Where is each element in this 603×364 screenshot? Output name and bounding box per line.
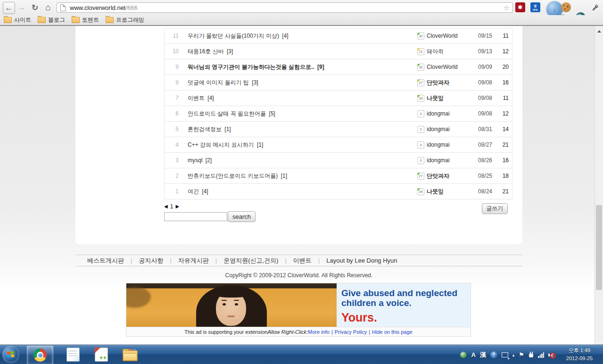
bookmark-folder-item[interactable]: 프로그래밍 — [106, 16, 144, 24]
network-signal-icon[interactable] — [538, 352, 544, 358]
power-plug-icon[interactable] — [529, 352, 534, 358]
bookmark-star-icon[interactable]: ☆ — [504, 4, 510, 11]
forward-button[interactable]: → — [16, 2, 27, 13]
author-name[interactable]: idongmai — [427, 126, 450, 132]
author-name[interactable]: idongmai — [427, 157, 450, 164]
bookmark-folder-item[interactable]: 사이트 — [4, 16, 31, 24]
bookmark-label: 사이트 — [14, 16, 31, 24]
ime-hanja-indicator[interactable]: 漢 — [480, 351, 486, 359]
post-title-link[interactable]: 우리가 몰랐던 사실들(100가지 이상) [4] — [188, 32, 289, 40]
ime-help-icon[interactable]: ? — [490, 351, 497, 358]
volume-muted-icon[interactable] — [548, 352, 556, 358]
author-name[interactable]: 단맛과자 — [427, 79, 449, 87]
scroll-up-arrow-icon[interactable] — [595, 28, 603, 34]
bookmark-folder-item[interactable]: 블로그 — [38, 16, 65, 24]
footer-link[interactable]: 이벤트 — [293, 256, 312, 265]
author-cell[interactable]: 27단맛과자 — [417, 79, 449, 87]
table-row[interactable]: 8덧글에 이미지 올리기 팁 [3]27단맛과자09/0816 — [165, 75, 512, 91]
author-name[interactable]: idongmai — [427, 141, 450, 148]
language-bar-icon[interactable] — [460, 352, 467, 358]
ipa-extension-icon[interactable]: e IPA — [530, 2, 540, 12]
taskbar-notepad-plus-plus-button[interactable]: ++ — [89, 346, 114, 364]
footer-link[interactable]: 운영지원(신고,건의) — [223, 256, 278, 265]
author-name[interactable]: CloverWorld — [427, 64, 458, 70]
post-title-link[interactable]: 흔한검색정보 [1] — [188, 125, 231, 133]
prev-page-button[interactable]: ◀ — [164, 204, 168, 209]
author-name[interactable]: 나뭇잎 — [427, 188, 444, 196]
ad-link[interactable]: More info — [308, 329, 330, 335]
table-row[interactable]: 11우리가 몰랐던 사실들(100가지 이상) [4]32CloverWorld… — [165, 28, 512, 44]
taskbar-clock[interactable]: 오후 1:49 2012-09-25 — [558, 347, 601, 362]
comment-count: [3] — [227, 48, 233, 55]
ime-pad-icon[interactable] — [502, 352, 508, 357]
cookie-extension-icon[interactable] — [561, 2, 571, 12]
post-title-link[interactable]: C++ 강의 메시지 표시하기 [1] — [188, 141, 263, 149]
author-cell[interactable]: 0idongmai — [417, 157, 450, 164]
table-row[interactable]: 6안드로이드 살때 꼭 필요한어플 [5]0idongmai09/0812 — [165, 106, 512, 122]
wrench-menu-icon[interactable] — [590, 2, 600, 12]
table-row[interactable]: 5흔한검색정보 [1]0idongmai08/3114 — [165, 122, 512, 137]
scrollbar-thumb[interactable] — [596, 205, 602, 290]
post-title-link[interactable]: mysql [2] — [188, 157, 212, 164]
view-count: 16 — [496, 79, 509, 86]
write-post-button[interactable]: 글쓰기 — [482, 203, 508, 214]
author-cell[interactable]: 0idongmai — [417, 141, 450, 149]
footer-nav: 베스트게시판|공지사항|자유게시판|운영지원(신고,건의)|이벤트|Layout… — [75, 255, 522, 266]
author-cell[interactable]: 34나뭇잎 — [417, 94, 444, 102]
reload-button[interactable]: ↻ — [29, 2, 41, 13]
author-cell[interactable]: 27단맛과자 — [417, 172, 449, 180]
author-name[interactable]: 돼아쥐 — [427, 48, 444, 56]
author-cell[interactable]: 21돼아쥐 — [417, 48, 444, 56]
search-button[interactable]: search — [228, 211, 256, 222]
footer-link[interactable]: 자유게시판 — [178, 256, 209, 265]
ad-link[interactable]: Privacy Policy — [335, 329, 367, 335]
show-hidden-icons-button[interactable]: ▴ — [512, 353, 515, 357]
back-button[interactable]: ← — [3, 2, 15, 14]
taskbar-chrome-button[interactable] — [27, 346, 53, 364]
action-center-flag-icon[interactable]: ⚑ — [519, 351, 524, 358]
author-name[interactable]: 단맛과자 — [427, 172, 449, 180]
ad-link[interactable]: Hide on this page — [372, 329, 413, 335]
page-scrollbar[interactable] — [595, 26, 603, 345]
next-page-button[interactable]: ▶ — [175, 204, 179, 209]
url-path[interactable]: /666 — [126, 4, 138, 11]
table-row[interactable]: 10태풍16호 산바 [3]21돼아쥐09/1312 — [165, 44, 512, 59]
author-cell[interactable]: 32CloverWorld — [417, 64, 458, 71]
footer-link[interactable]: 베스트게시판 — [87, 256, 124, 265]
author-name[interactable]: idongmai — [427, 110, 450, 117]
page-number[interactable]: 1 — [170, 203, 173, 210]
author-name[interactable]: CloverWorld — [427, 33, 458, 39]
start-button[interactable] — [2, 346, 19, 363]
table-row[interactable]: 9워너님의 영구기관이 불가능하다는것을 실험으로.. [9]32CloverW… — [165, 59, 512, 75]
taskbar-explorer-button[interactable] — [117, 346, 142, 364]
post-title-link[interactable]: 반츄키보드(안드로이드 키보드어플) [1] — [188, 172, 287, 180]
taskbar-notepad-button[interactable] — [60, 346, 86, 364]
table-row[interactable]: 3mysql [2]0idongmai08/2616 — [165, 153, 512, 168]
table-row[interactable]: 2반츄키보드(안드로이드 키보드어플) [1]27단맛과자08/2518 — [165, 168, 512, 184]
post-title-link[interactable]: 덧글에 이미지 올리기 팁 [3] — [188, 79, 258, 87]
author-name[interactable]: 나뭇잎 — [427, 94, 444, 102]
post-date: 08/24 — [472, 188, 492, 195]
post-title-link[interactable]: 안드로이드 살때 꼭 필요한어플 [5] — [188, 110, 275, 118]
post-title-link[interactable]: 태풍16호 산바 [3] — [188, 48, 233, 56]
author-cell[interactable]: 32CloverWorld — [417, 33, 458, 40]
table-row[interactable]: 4C++ 강의 메시지 표시하기 [1]0idongmai08/2721 — [165, 137, 512, 153]
home-button[interactable]: ⌂ — [42, 2, 54, 13]
ad-banner[interactable]: Give abused and neglected children a voi… — [126, 283, 471, 337]
table-row[interactable]: 1여긴 [4]34나뭇잎08/2421 — [165, 184, 512, 199]
author-cell[interactable]: 34나뭇잎 — [417, 188, 444, 196]
table-row[interactable]: 7이벤트 [4]34나뭇잎09/0811 — [165, 91, 512, 106]
post-title-link[interactable]: 여긴 [4] — [188, 188, 208, 196]
lastpass-extension-icon[interactable]: ✱ — [515, 2, 525, 12]
view-count: 18 — [496, 173, 509, 179]
search-input[interactable] — [164, 212, 227, 221]
post-title-link[interactable]: 워너님의 영구기관이 불가능하다는것을 실험으로.. [9] — [188, 63, 324, 71]
address-bar[interactable]: www.cloverworld.net /666 ☆ — [57, 2, 513, 13]
author-cell[interactable]: 0idongmai — [417, 126, 450, 133]
bookmark-folder-item[interactable]: 토렌트 — [72, 16, 99, 24]
author-cell[interactable]: 0idongmai — [417, 110, 450, 117]
footer-link[interactable]: 공지사항 — [139, 256, 163, 265]
post-title-link[interactable]: 이벤트 [4] — [188, 94, 214, 102]
url-host[interactable]: www.cloverworld.net — [70, 4, 126, 11]
ime-mode-indicator[interactable]: A — [471, 351, 475, 358]
